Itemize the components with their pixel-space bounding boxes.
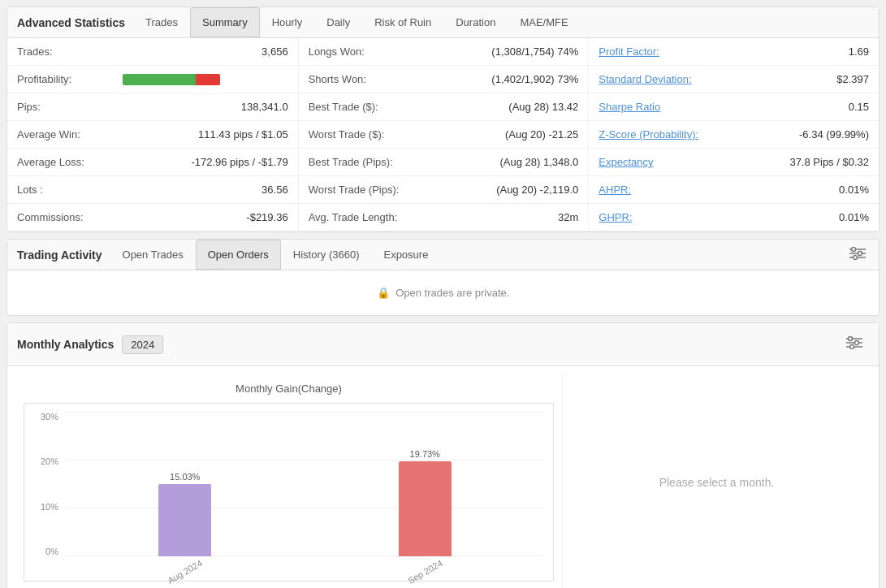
bar-0[interactable] (158, 484, 211, 556)
stat-ahpr-label[interactable]: AHPR: (599, 184, 704, 196)
stat-shorts-won-label: Shorts Won: (309, 73, 414, 85)
stat-std-deviation-value: $2.397 (704, 73, 869, 85)
tab-exposure[interactable]: Exposure (371, 240, 440, 270)
stat-lots: Lots : 36.56 (7, 176, 298, 204)
stat-avg-trade-length: Avg. Trade Length: 32m (299, 204, 589, 231)
stat-std-deviation-label[interactable]: Standard Deviation: (599, 73, 704, 85)
stats-col-1: Trades: 3,656 Profitability: Pips: 138,3… (7, 38, 298, 231)
stat-lots-label: Lots : (17, 184, 123, 196)
trading-activity-title: Trading Activity (14, 240, 110, 270)
stat-expectancy-value: 37.8 Pips / $0.32 (704, 156, 869, 168)
stat-longs-won: Longs Won: (1,308/1,754) 74% (299, 38, 589, 66)
year-badge[interactable]: 2024 (122, 335, 163, 354)
profit-red-segment (196, 74, 220, 85)
lock-icon: 🔒 (377, 287, 390, 299)
monthly-analytics-header: Monthly Analytics 2024 (7, 323, 879, 366)
bar-value-label-1: 19.73% (410, 449, 440, 459)
monthly-analytics-card: Monthly Analytics 2024 Monthly Gain(Chan… (6, 322, 880, 588)
trading-activity-card: Trading Activity Open Trades Open Orders… (6, 239, 880, 316)
monthly-analytics-title: Monthly Analytics (17, 338, 114, 351)
x-label-1: Sep 2024 (406, 558, 444, 586)
svg-point-4 (858, 251, 862, 255)
stat-commissions-value: -$219.36 (123, 211, 288, 223)
stat-worst-trade-pips-value: (Aug 20) -2,119.0 (414, 184, 579, 196)
stat-zscore-label[interactable]: Z-Score (Probability): (599, 128, 704, 141)
right-panel: Please select a month. (562, 374, 871, 588)
tab-trades[interactable]: Trades (133, 7, 190, 37)
bar-group-1[interactable]: 19.73% (399, 412, 452, 556)
stat-profitability-label: Profitability: (17, 73, 123, 85)
tab-history[interactable]: History (3660) (281, 240, 372, 270)
stat-trades: Trades: 3,656 (7, 38, 298, 66)
stats-grid: Trades: 3,656 Profitability: Pips: 138,3… (7, 38, 879, 231)
private-message: 🔒 Open trades are private. (7, 270, 879, 315)
stat-pips: Pips: 138,341.0 (7, 93, 298, 121)
stat-worst-trade-dollar: Worst Trade ($): (Aug 20) -21.25 (299, 121, 589, 149)
svg-point-3 (852, 247, 856, 251)
stat-sharpe-ratio: Sharpe Ratio 0.15 (589, 93, 879, 121)
profitability-bar (123, 74, 220, 85)
stat-ghpr-value: 0.01% (704, 211, 869, 223)
bar-group-0[interactable]: 15.03% (158, 412, 211, 556)
chart-container: 30% 20% 10% 0% 15.03%19.73% Aug 2024Sep … (24, 403, 554, 582)
profit-green-segment (123, 74, 196, 85)
stat-zscore: Z-Score (Probability): -6.34 (99.99%) (589, 121, 879, 149)
stat-pips-label: Pips: (17, 101, 123, 113)
tab-open-trades[interactable]: Open Trades (110, 240, 196, 270)
stat-avg-loss: Average Loss: -172.96 pips / -$1.79 (7, 149, 298, 176)
y-axis: 30% 20% 10% 0% (24, 412, 63, 556)
y-label-0: 0% (45, 547, 58, 556)
tab-open-orders[interactable]: Open Orders (196, 240, 281, 270)
y-label-20: 20% (41, 456, 58, 466)
filter-icon[interactable] (843, 242, 872, 268)
x-labels: Aug 2024Sep 2024 (65, 567, 545, 577)
stat-best-trade-dollar: Best Trade ($): (Aug 28) 13.42 (299, 93, 589, 121)
bar-1[interactable] (399, 461, 452, 556)
bars-area: 15.03%19.73% (65, 412, 545, 556)
stat-ghpr: GHPR: 0.01% (589, 204, 879, 231)
stat-avg-trade-length-value: 32m (414, 211, 579, 223)
private-message-text: Open trades are private. (395, 287, 509, 299)
stat-commissions-label: Commissions: (17, 211, 123, 223)
stat-pips-value: 138,341.0 (123, 101, 288, 113)
stat-zscore-value: -6.34 (99.99%) (704, 128, 869, 141)
monthly-content: Monthly Gain(Change) 30% 20% 10% 0% (7, 366, 879, 588)
tab-mae-mfe[interactable]: MAE/MFE (508, 7, 580, 37)
stat-longs-won-value: (1,308/1,754) 74% (414, 45, 579, 58)
svg-point-9 (849, 337, 853, 341)
stat-ghpr-label[interactable]: GHPR: (599, 211, 704, 223)
svg-point-5 (854, 255, 858, 259)
stat-expectancy-label[interactable]: Expectancy (599, 156, 704, 168)
stat-best-trade-pips: Best Trade (Pips): (Aug 28) 1,348.0 (299, 149, 589, 176)
chart-title: Monthly Gain(Change) (24, 383, 554, 395)
stat-profitability: Profitability: (7, 66, 298, 93)
stat-lots-value: 36.56 (123, 184, 288, 196)
stat-longs-won-label: Longs Won: (309, 45, 414, 58)
tab-duration[interactable]: Duration (443, 7, 508, 37)
stat-shorts-won-value: (1,402/1,902) 73% (414, 73, 579, 85)
trading-activity-header: Trading Activity Open Trades Open Orders… (7, 240, 879, 270)
stat-trades-value: 3,656 (123, 45, 288, 58)
svg-point-10 (855, 341, 859, 345)
stat-avg-loss-value: -172.96 pips / -$1.79 (123, 156, 288, 168)
stat-worst-trade-pips-label: Worst Trade (Pips): (309, 184, 414, 196)
stat-best-trade-dollar-label: Best Trade ($): (309, 101, 414, 113)
stat-trades-label: Trades: (17, 45, 123, 58)
x-label-0: Aug 2024 (166, 558, 204, 586)
advanced-stats-tab-bar: Advanced Statistics Trades Summary Hourl… (7, 7, 879, 38)
tab-risk-of-ruin[interactable]: Risk of Ruin (362, 7, 443, 37)
monthly-filter-icon[interactable] (840, 331, 869, 357)
select-month-text: Please select a month. (659, 476, 775, 489)
chart-area: Monthly Gain(Change) 30% 20% 10% 0% (15, 374, 562, 588)
stats-col-3: Profit Factor: 1.69 Standard Deviation: … (588, 38, 879, 231)
tab-daily[interactable]: Daily (314, 7, 362, 37)
stat-ahpr-value: 0.01% (704, 184, 869, 196)
stat-avg-trade-length-label: Avg. Trade Length: (309, 211, 414, 223)
stat-sharpe-ratio-label[interactable]: Sharpe Ratio (599, 101, 704, 113)
tab-hourly[interactable]: Hourly (260, 7, 315, 37)
stat-worst-trade-dollar-label: Worst Trade ($): (309, 128, 414, 141)
tab-summary[interactable]: Summary (190, 7, 260, 37)
stat-profit-factor: Profit Factor: 1.69 (589, 38, 879, 66)
stat-profit-factor-label[interactable]: Profit Factor: (599, 45, 704, 58)
stats-col-2: Longs Won: (1,308/1,754) 74% Shorts Won:… (298, 38, 589, 231)
